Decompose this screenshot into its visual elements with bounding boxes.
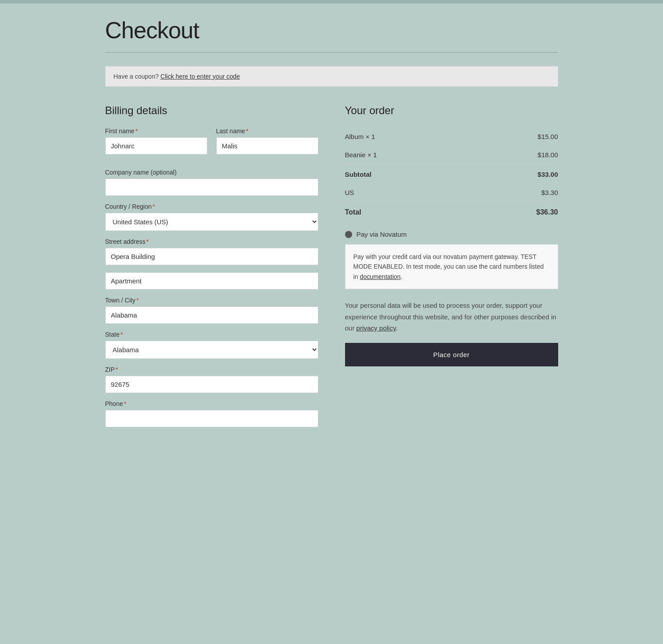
total-row: Total $36.30 [345, 202, 558, 222]
country-group: Country / Region* United States (US) [105, 203, 318, 231]
main-grid: Billing details First name* Last name* C… [105, 104, 558, 434]
item1-name: Album × 1 [345, 127, 472, 146]
page-container: Checkout Have a coupon? Click here to en… [87, 4, 576, 461]
subtotal-label: Subtotal [345, 164, 472, 184]
phone-group: Phone* [105, 400, 318, 427]
payment-radio[interactable] [345, 231, 352, 238]
total-label: Total [345, 202, 472, 222]
payment-method: Pay via Novatum [345, 231, 558, 238]
zip-label: ZIP* [105, 366, 318, 373]
zip-group: ZIP* [105, 366, 318, 393]
company-label: Company name (optional) [105, 169, 318, 176]
state-label: State* [105, 331, 318, 338]
table-row: Beanie × 1 $18.00 [345, 146, 558, 164]
first-name-label: First name* [105, 127, 207, 135]
documentation-link[interactable]: documentation [360, 273, 401, 280]
subtotal-value: $33.00 [472, 164, 558, 184]
billing-section: Billing details First name* Last name* C… [105, 104, 318, 434]
order-title: Your order [345, 104, 558, 117]
company-input[interactable] [105, 179, 318, 196]
payment-info-end: . [401, 273, 402, 280]
page-title: Checkout [105, 17, 558, 44]
phone-input[interactable] [105, 410, 318, 427]
item1-price: $15.00 [472, 127, 558, 146]
coupon-link[interactable]: Click here to enter your code [160, 73, 240, 80]
last-name-label: Last name* [216, 127, 318, 135]
top-bar [0, 0, 663, 4]
last-name-group: Last name* [216, 127, 318, 155]
section-divider [105, 52, 558, 53]
street-label: Street address* [105, 238, 318, 245]
item2-price: $18.00 [472, 146, 558, 164]
coupon-banner: Have a coupon? Click here to enter your … [105, 66, 558, 87]
apartment-group [105, 272, 318, 290]
order-section: Your order Album × 1 $15.00 Beanie × 1 $… [345, 104, 558, 366]
state-select[interactable]: Alabama [105, 341, 318, 359]
privacy-policy-link[interactable]: privacy policy [356, 324, 396, 332]
last-name-input[interactable] [216, 137, 318, 155]
total-value: $36.30 [472, 202, 558, 222]
first-name-input[interactable] [105, 137, 207, 155]
item2-name: Beanie × 1 [345, 146, 472, 164]
city-group: Town / City* [105, 297, 318, 324]
street-group: Street address* [105, 238, 318, 265]
subtotal-row: Subtotal $33.00 [345, 164, 558, 184]
first-name-group: First name* [105, 127, 207, 155]
street-input[interactable] [105, 248, 318, 265]
apartment-input[interactable] [105, 272, 318, 290]
personal-data-end: . [396, 324, 397, 332]
payment-info-box: Pay with your credit card via our novatu… [345, 244, 558, 289]
table-row: Album × 1 $15.00 [345, 127, 558, 146]
name-row: First name* Last name* [105, 127, 318, 162]
country-select[interactable]: United States (US) [105, 213, 318, 231]
order-table: Album × 1 $15.00 Beanie × 1 $18.00 Subto… [345, 127, 558, 222]
country-label: Country / Region* [105, 203, 318, 210]
city-label: Town / City* [105, 297, 318, 304]
billing-title: Billing details [105, 104, 318, 117]
tax-value: $3.30 [472, 183, 558, 202]
payment-method-label: Pay via Novatum [357, 231, 407, 238]
company-group: Company name (optional) [105, 169, 318, 196]
city-input[interactable] [105, 306, 318, 324]
place-order-button[interactable]: Place order [345, 343, 558, 366]
phone-label: Phone* [105, 400, 318, 407]
tax-label: US [345, 183, 472, 202]
zip-input[interactable] [105, 376, 318, 393]
tax-row: US $3.30 [345, 183, 558, 202]
coupon-text: Have a coupon? [114, 73, 159, 80]
state-group: State* Alabama [105, 331, 318, 359]
personal-data-note: Your personal data will be used to proce… [345, 300, 558, 334]
